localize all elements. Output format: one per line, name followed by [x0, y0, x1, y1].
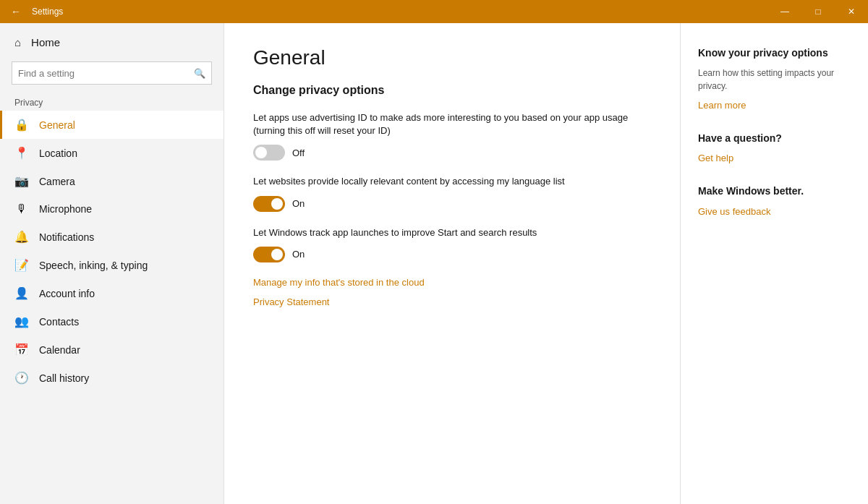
setting-row-1: Let apps use advertising ID to make ads … — [253, 111, 651, 161]
toggle-language-list[interactable] — [253, 196, 285, 212]
sidebar-item-label: Account info — [39, 288, 95, 299]
toggle-label-3: On — [292, 249, 305, 260]
toggle-label-1: Off — [292, 148, 305, 158]
help-section-privacy: Know your privacy options Learn how this… — [698, 46, 851, 111]
account-icon: 👤 — [14, 286, 29, 300]
sidebar-section-label: Privacy — [0, 93, 224, 111]
page-title: General — [253, 46, 651, 69]
sidebar-item-camera[interactable]: 📷 Camera — [0, 167, 224, 195]
window-controls: — □ ✕ — [768, 0, 868, 23]
manage-info-link[interactable]: Manage my info that's stored in the clou… — [253, 277, 651, 288]
sidebar-item-microphone[interactable]: 🎙 Microphone — [0, 195, 224, 223]
toggle-row-1: Off — [253, 145, 651, 161]
contacts-icon: 👥 — [14, 315, 29, 328]
sidebar-item-home[interactable]: ⌂ Home — [0, 29, 224, 56]
home-icon: ⌂ — [14, 36, 21, 48]
sidebar: ⌂ Home 🔍 Privacy 🔒 General 📍 Location 📷 … — [0, 23, 224, 504]
toggle-app-launches[interactable] — [253, 247, 285, 262]
main-content: General Change privacy options Let apps … — [224, 23, 680, 504]
search-box[interactable]: 🔍 — [12, 61, 212, 85]
search-icon: 🔍 — [194, 68, 205, 79]
get-help-link[interactable]: Get help — [698, 153, 733, 163]
speech-icon: 📝 — [14, 258, 29, 272]
minimize-button[interactable]: — — [768, 0, 801, 23]
setting-row-2: Let websites provide locally relevant co… — [253, 175, 651, 211]
setting-desc-1: Let apps use advertising ID to make ads … — [253, 111, 651, 137]
sidebar-item-account[interactable]: 👤 Account info — [0, 279, 224, 307]
toggle-row-3: On — [253, 247, 651, 262]
help-section-question: Have a question? Get help — [698, 132, 851, 165]
sidebar-item-callhistory[interactable]: 🕐 Call history — [0, 364, 224, 392]
back-button[interactable]: ← — [6, 1, 26, 22]
setting-desc-3: Let Windows track app launches to improv… — [253, 226, 651, 239]
feedback-link[interactable]: Give us feedback — [698, 206, 770, 217]
toggle-label-2: On — [292, 198, 305, 209]
help-section-feedback: Make Windows better. Give us feedback — [698, 184, 851, 218]
toggle-row-2: On — [253, 196, 651, 212]
app-body: ⌂ Home 🔍 Privacy 🔒 General 📍 Location 📷 … — [0, 23, 868, 504]
sidebar-item-speech[interactable]: 📝 Speech, inking, & typing — [0, 251, 224, 279]
window-title: Settings — [32, 7, 63, 17]
sidebar-item-calendar[interactable]: 📅 Calendar — [0, 336, 224, 364]
privacy-statement-link[interactable]: Privacy Statement — [253, 296, 651, 307]
sidebar-item-label: Call history — [39, 372, 89, 384]
sidebar-item-label: Contacts — [39, 316, 79, 328]
help-title-2: Have a question? — [698, 132, 851, 146]
calendar-icon: 📅 — [14, 343, 29, 356]
notifications-icon: 🔔 — [14, 230, 29, 244]
sidebar-item-location[interactable]: 📍 Location — [0, 139, 224, 167]
callhistory-icon: 🕐 — [14, 371, 29, 385]
sidebar-item-label: Speech, inking, & typing — [39, 260, 148, 271]
lock-icon: 🔒 — [14, 118, 29, 132]
sidebar-item-label: Microphone — [39, 203, 92, 215]
help-title-3: Make Windows better. — [698, 184, 851, 199]
home-label: Home — [31, 36, 60, 48]
close-button[interactable]: ✕ — [835, 0, 868, 23]
learn-more-link[interactable]: Learn more — [698, 100, 746, 111]
right-panel: Know your privacy options Learn how this… — [680, 23, 868, 504]
maximize-button[interactable]: □ — [801, 0, 835, 23]
setting-desc-2: Let websites provide locally relevant co… — [253, 175, 651, 188]
sidebar-item-label: Calendar — [39, 344, 80, 356]
setting-row-3: Let Windows track app launches to improv… — [253, 226, 651, 262]
help-desc-1: Learn how this setting impacts your priv… — [698, 67, 851, 93]
title-bar: ← Settings — □ ✕ — [0, 0, 868, 23]
sidebar-item-label: Notifications — [39, 231, 94, 243]
sidebar-item-label: Location — [39, 148, 77, 159]
camera-icon: 📷 — [14, 174, 29, 188]
search-input[interactable] — [18, 68, 194, 79]
sidebar-item-notifications[interactable]: 🔔 Notifications — [0, 223, 224, 251]
sidebar-item-general[interactable]: 🔒 General — [0, 111, 224, 139]
section-title: Change privacy options — [253, 84, 651, 97]
microphone-icon: 🎙 — [14, 202, 29, 215]
sidebar-item-label: General — [39, 119, 75, 131]
help-title-1: Know your privacy options — [698, 46, 851, 61]
location-icon: 📍 — [14, 146, 29, 160]
sidebar-item-label: Camera — [39, 176, 75, 187]
sidebar-item-contacts[interactable]: 👥 Contacts — [0, 307, 224, 336]
toggle-advertising-id[interactable] — [253, 145, 285, 161]
